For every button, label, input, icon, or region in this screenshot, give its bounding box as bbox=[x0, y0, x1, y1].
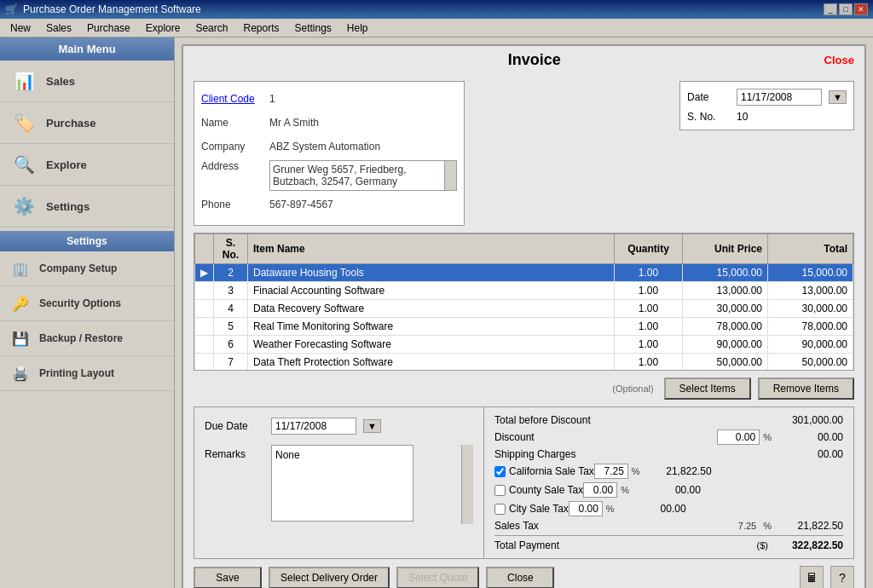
city-tax-checkbox[interactable] bbox=[494, 504, 506, 515]
table-row[interactable]: ▶2Dataware Housing Tools1.0015,000.0015,… bbox=[195, 264, 853, 282]
remove-items-button[interactable]: Remove Items bbox=[758, 378, 854, 400]
sidebar-item-explore[interactable]: 🔍 Explore bbox=[0, 144, 174, 186]
ca-tax-label: California Sale Tax bbox=[509, 465, 594, 477]
printing-layout-icon: 🖨️ bbox=[9, 361, 32, 385]
remarks-textarea[interactable]: None bbox=[271, 445, 413, 522]
maximize-button[interactable]: □ bbox=[839, 3, 853, 15]
table-row[interactable]: 7Data Theft Protection Software1.0050,00… bbox=[195, 354, 853, 371]
row-unit-price: 90,000.00 bbox=[683, 336, 768, 354]
ca-tax-checkbox[interactable] bbox=[494, 466, 506, 477]
date-input[interactable] bbox=[737, 89, 822, 106]
menu-search[interactable]: Search bbox=[188, 20, 234, 36]
close-bottom-button[interactable]: Close bbox=[486, 567, 554, 588]
menu-new[interactable]: New bbox=[3, 20, 38, 36]
table-row[interactable]: 5Real Time Monitoring Software1.0078,000… bbox=[195, 318, 853, 336]
save-button[interactable]: Save bbox=[194, 567, 262, 588]
invoice-header: Invoice Close bbox=[183, 46, 864, 74]
sidebar-company-setup-label: Company Setup bbox=[39, 262, 117, 274]
date-picker-button[interactable]: ▼ bbox=[829, 90, 847, 104]
row-item-name: Weather Forecasting Software bbox=[248, 336, 615, 354]
table-row[interactable]: 6Weather Forecasting Software1.0090,000.… bbox=[195, 336, 853, 354]
window-close-button[interactable]: ✕ bbox=[854, 3, 868, 15]
calculator-icon[interactable]: 🖩 bbox=[800, 566, 824, 588]
items-table: S. No. Item Name Quantity Unit Price Tot… bbox=[194, 233, 853, 370]
table-wrapper[interactable]: S. No. Item Name Quantity Unit Price Tot… bbox=[194, 233, 853, 370]
county-tax-percent: % bbox=[621, 485, 629, 495]
row-total: 13,000.00 bbox=[768, 282, 853, 300]
sidebar-main-title: Main Menu bbox=[0, 37, 174, 61]
row-quantity: 1.00 bbox=[615, 282, 683, 300]
row-total: 90,000.00 bbox=[768, 336, 853, 354]
remarks-label: Remarks bbox=[205, 445, 264, 524]
select-quote-button[interactable]: Select Quote bbox=[396, 567, 479, 588]
client-form: Client Code 1 Name Mr A Smith Company AB… bbox=[194, 81, 465, 226]
row-total: 15,000.00 bbox=[768, 264, 853, 282]
sidebar-item-company-setup[interactable]: 🏢 Company Setup bbox=[0, 251, 174, 286]
menu-explore[interactable]: Explore bbox=[139, 20, 188, 36]
row-sno: 6 bbox=[214, 336, 248, 354]
optional-text: (Optional) bbox=[612, 383, 653, 394]
row-quantity: 1.00 bbox=[615, 300, 683, 318]
county-tax-rate-input[interactable] bbox=[583, 482, 617, 498]
client-code-link[interactable]: Client Code bbox=[201, 93, 269, 105]
invoice-panel: Invoice Close Client Code 1 Name Mr A Sm… bbox=[182, 44, 866, 588]
sidebar-item-settings[interactable]: ⚙️ Settings bbox=[0, 186, 174, 228]
city-tax-rate-input[interactable] bbox=[569, 501, 603, 516]
total-payment-value: 322,822.50 bbox=[775, 539, 843, 551]
bottom-section: Due Date ▼ Remarks None bbox=[194, 406, 854, 559]
row-arrow bbox=[195, 354, 214, 371]
row-arrow bbox=[195, 336, 214, 354]
help-icon[interactable]: ? bbox=[830, 566, 854, 588]
before-discount-label: Total before Discount bbox=[494, 414, 775, 426]
discount-input[interactable] bbox=[717, 429, 760, 445]
menu-purchase[interactable]: Purchase bbox=[80, 20, 137, 36]
row-total: 50,000.00 bbox=[768, 354, 853, 371]
ca-tax-value: 21,822.50 bbox=[644, 465, 712, 477]
menu-reports[interactable]: Reports bbox=[236, 20, 286, 36]
invoice-close-button[interactable]: Close bbox=[824, 54, 854, 66]
sno-label: S. No. bbox=[687, 111, 730, 123]
table-row[interactable]: 4Data Recovery Software1.0030,000.0030,0… bbox=[195, 300, 853, 318]
row-item-name: Data Theft Protection Software bbox=[248, 354, 615, 371]
select-items-button[interactable]: Select Items bbox=[664, 378, 751, 400]
name-value: Mr A Smith bbox=[269, 117, 319, 129]
row-total: 78,000.00 bbox=[768, 318, 853, 336]
content-area: Invoice Close Client Code 1 Name Mr A Sm… bbox=[175, 37, 873, 588]
discount-label: Discount bbox=[494, 431, 717, 443]
row-item-name: Dataware Housing Tools bbox=[248, 264, 615, 282]
minimize-button[interactable]: _ bbox=[824, 3, 837, 15]
sales-icon: 📊 bbox=[10, 67, 38, 95]
due-date-picker-button[interactable]: ▼ bbox=[363, 419, 381, 433]
row-arrow bbox=[195, 300, 214, 318]
row-sno: 5 bbox=[214, 318, 248, 336]
menu-sales[interactable]: Sales bbox=[39, 20, 78, 36]
row-unit-price: 15,000.00 bbox=[683, 264, 768, 282]
county-tax-checkbox[interactable] bbox=[494, 485, 506, 496]
sidebar-settings-title: Settings bbox=[0, 231, 174, 251]
row-arrow bbox=[195, 318, 214, 336]
menu-settings[interactable]: Settings bbox=[288, 20, 338, 36]
sidebar-sales-label: Sales bbox=[46, 75, 75, 88]
city-tax-percent: % bbox=[606, 504, 615, 514]
col-header-arrow bbox=[195, 234, 214, 264]
row-quantity: 1.00 bbox=[615, 264, 683, 282]
due-date-input[interactable] bbox=[271, 418, 356, 435]
discount-value: 00.00 bbox=[775, 431, 843, 443]
row-quantity: 1.00 bbox=[615, 318, 683, 336]
row-arrow: ▶ bbox=[195, 264, 214, 282]
table-row[interactable]: 3Finacial Accounting Software1.0013,000.… bbox=[195, 282, 853, 300]
sidebar-item-sales[interactable]: 📊 Sales bbox=[0, 61, 174, 102]
sidebar-item-security-options[interactable]: 🔑 Security Options bbox=[0, 286, 174, 321]
row-item-name: Data Recovery Software bbox=[248, 300, 615, 318]
menu-help[interactable]: Help bbox=[340, 20, 375, 36]
sidebar-item-printing-layout[interactable]: 🖨️ Printing Layout bbox=[0, 356, 174, 391]
sidebar-item-backup-restore[interactable]: 💾 Backup / Restore bbox=[0, 321, 174, 356]
ca-tax-rate-input[interactable] bbox=[594, 464, 628, 479]
select-delivery-order-button[interactable]: Select Delivery Order bbox=[269, 567, 390, 588]
row-total: 30,000.00 bbox=[768, 300, 853, 318]
ca-tax-percent: % bbox=[632, 466, 640, 476]
sidebar-purchase-label: Purchase bbox=[46, 117, 96, 130]
discount-percent: % bbox=[763, 432, 772, 442]
col-header-price: Unit Price bbox=[683, 234, 768, 264]
sidebar-item-purchase[interactable]: 🏷️ Purchase bbox=[0, 102, 174, 144]
